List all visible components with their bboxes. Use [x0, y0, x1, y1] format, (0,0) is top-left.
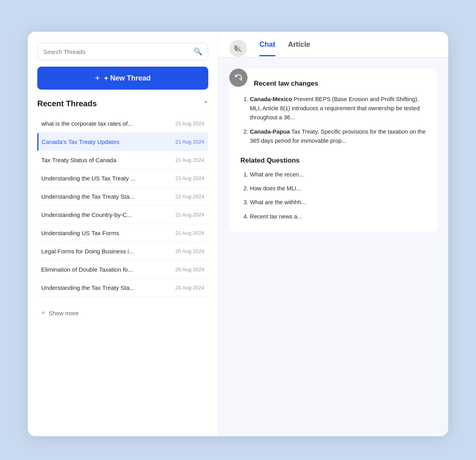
related-links-list: What are the recen...How does the MLI...… — [240, 170, 426, 221]
thread-date: 21 Aug 2024 — [175, 230, 204, 236]
thread-item[interactable]: Understanding the Tax Treaty Sta...20 Au… — [37, 279, 208, 297]
recent-threads-title: Recent Threads — [37, 99, 97, 108]
thread-date: 21 Aug 2024 — [175, 175, 204, 181]
thread-date: 20 Aug 2024 — [175, 266, 204, 272]
panel-top-bar: ChatArticle — [218, 32, 448, 58]
related-title: Related Questions — [240, 157, 426, 165]
thread-title: what is the corporate tax rates of... — [41, 120, 160, 127]
thread-date: 21 Aug 2024 — [175, 139, 204, 145]
law-changes-list: Canada-Mexico Prevent BEPS (Base Erosion… — [240, 95, 426, 146]
search-bar[interactable]: 🔍 — [37, 43, 208, 60]
thread-title: Understanding US Tax Forms — [41, 230, 160, 236]
mute-icon-button[interactable] — [229, 40, 247, 57]
thread-item[interactable]: Legal Forms for Doing Business i...20 Au… — [37, 242, 208, 261]
right-panel: ChatArticle Recent law changes Canada-Me… — [218, 32, 448, 436]
thread-title: Legal Forms for Doing Business i... — [41, 248, 160, 255]
thread-date: 20 Aug 2024 — [175, 285, 204, 291]
thread-title: Canada's Tax Treaty Updates — [42, 138, 161, 145]
thread-item[interactable]: Understanding the Country-by-C...21 Aug … — [37, 206, 208, 224]
refresh-icon — [234, 73, 243, 82]
search-input[interactable] — [43, 48, 190, 55]
tab-article[interactable]: Article — [288, 40, 310, 56]
thread-date: 20 Aug 2024 — [175, 248, 204, 254]
thread-title: Understanding the Tax Treaty Sta... — [41, 193, 160, 200]
plus-icon: + — [95, 73, 100, 83]
related-link-item[interactable]: Recent tax news a... — [250, 212, 426, 221]
thread-title: Elimination of Double Taxation fo... — [41, 266, 160, 273]
thread-date: 21 Aug 2024 — [175, 157, 204, 163]
content-card: Recent law changes Canada-Mexico Prevent… — [229, 69, 437, 232]
app-container: 🔍 + + New Thread Recent Threads ⌃ what i… — [28, 32, 448, 436]
thread-item[interactable]: Understanding the US Tax Treaty ...21 Au… — [37, 169, 208, 188]
related-link-item[interactable]: How does the MLI... — [250, 184, 426, 193]
show-more-label: Show more — [49, 310, 79, 316]
left-panel: 🔍 + + New Thread Recent Threads ⌃ what i… — [28, 32, 218, 436]
related-link-item[interactable]: What are the withhh... — [250, 198, 426, 207]
new-thread-label: + New Thread — [104, 74, 151, 82]
law-change-item: Canada-Papua Tax Treaty. Specific provis… — [250, 127, 426, 146]
search-icon: 🔍 — [194, 47, 202, 56]
related-link-item[interactable]: What are the recen... — [250, 170, 426, 179]
plus-icon-show-more: + — [41, 309, 46, 317]
thread-title: Tax Treaty Status of Canada — [41, 157, 160, 163]
thread-item[interactable]: Understanding the Tax Treaty Sta...21 Au… — [37, 188, 208, 206]
law-change-item: Canada-Mexico Prevent BEPS (Base Erosion… — [250, 95, 426, 123]
thread-title: Understanding the Country-by-C... — [41, 211, 160, 218]
right-panel-content: Recent law changes Canada-Mexico Prevent… — [218, 58, 448, 436]
tab-chat[interactable]: Chat — [259, 40, 275, 56]
thread-item[interactable]: Elimination of Double Taxation fo...20 A… — [37, 261, 208, 279]
show-more-button[interactable]: + Show more — [37, 305, 208, 321]
collapse-icon[interactable]: ⌃ — [203, 100, 208, 107]
thread-item[interactable]: Tax Treaty Status of Canada21 Aug 2024 — [37, 151, 208, 169]
new-thread-button[interactable]: + + New Thread — [37, 67, 208, 90]
thread-item[interactable]: what is the corporate tax rates of...21 … — [37, 115, 208, 133]
thread-list: what is the corporate tax rates of...21 … — [37, 115, 208, 297]
tabs: ChatArticle — [259, 40, 310, 56]
section-title: Recent law changes — [240, 80, 426, 88]
thread-item[interactable]: Canada's Tax Treaty Updates21 Aug 2024 — [37, 133, 208, 151]
refresh-area: Recent law changes Canada-Mexico Prevent… — [229, 69, 437, 232]
thread-item[interactable]: Understanding US Tax Forms21 Aug 2024 — [37, 224, 208, 242]
thread-date: 21 Aug 2024 — [175, 121, 204, 126]
refresh-button[interactable] — [229, 69, 248, 87]
thread-date: 21 Aug 2024 — [175, 194, 204, 199]
thread-title: Understanding the US Tax Treaty ... — [41, 175, 160, 182]
thread-title: Understanding the Tax Treaty Sta... — [41, 284, 160, 291]
mute-icon — [234, 44, 242, 53]
thread-date: 21 Aug 2024 — [175, 212, 204, 218]
recent-threads-header: Recent Threads ⌃ — [37, 99, 208, 108]
related-section: Related Questions What are the recen...H… — [240, 157, 426, 221]
